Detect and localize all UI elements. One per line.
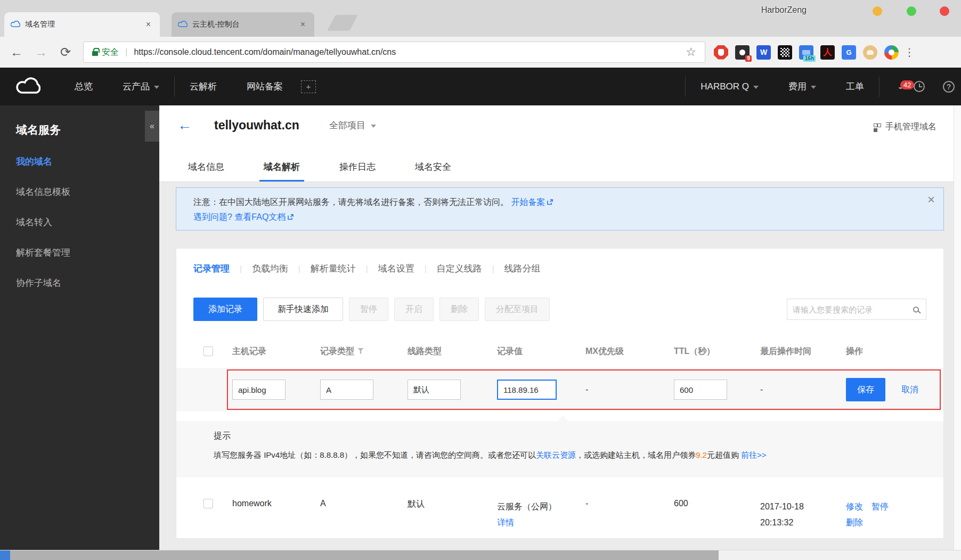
tab-domain-settings[interactable]: 域名设置 (378, 262, 414, 275)
chevron-down-icon (371, 125, 376, 128)
window-minimize-button[interactable] (873, 6, 882, 16)
tab-resolve-stats[interactable]: 解析量统计 (311, 262, 356, 275)
faq-doc-link[interactable]: 查看FAQ文档 (234, 212, 286, 221)
nav-dns[interactable]: 云解析 (175, 80, 232, 93)
project-dropdown[interactable]: 全部项目 (329, 119, 376, 131)
record-edit-row: - - 保存 取消 (176, 368, 943, 411)
new-tab-button[interactable] (327, 15, 358, 31)
link-cloud-resource[interactable]: 关联云资源 (536, 450, 576, 459)
value-input[interactable] (497, 380, 557, 400)
link-go[interactable]: 前往>> (741, 450, 767, 459)
row-checkbox[interactable] (203, 499, 213, 508)
sidebar-collapse-icon[interactable]: « (145, 111, 159, 142)
enable-button[interactable]: 开启 (394, 298, 434, 321)
back-arrow-icon[interactable]: ← (177, 117, 192, 134)
tab-record-manage[interactable]: 记录管理 (193, 262, 230, 275)
extension-icons: 9 W 16h 人 G (714, 45, 899, 60)
address-bar[interactable]: 安全 | https://console.cloud.tencent.com/d… (83, 42, 705, 63)
tab-domain-info[interactable]: 域名信息 (184, 161, 229, 182)
type-input[interactable] (320, 380, 373, 400)
sidebar-item-domain-transfer-in[interactable]: 域名转入 (16, 216, 159, 228)
select-all-checkbox[interactable] (203, 347, 213, 356)
window-close-button[interactable] (940, 6, 949, 16)
reload-icon[interactable]: ⟳ (58, 45, 74, 60)
help-icon[interactable]: ? (943, 81, 955, 93)
vertical-scrollbar[interactable] (954, 105, 961, 550)
hint-arrow (558, 415, 568, 421)
assign-project-button[interactable]: 分配至项目 (485, 298, 550, 321)
separator: | (240, 264, 242, 273)
nav-overview[interactable]: 总览 (60, 80, 108, 93)
translate-extension-icon[interactable]: G (842, 45, 856, 60)
records-card: 记录管理 | 负载均衡 | 解析量统计 | 域名设置 | 自定义线路 | 线路分… (176, 248, 944, 539)
bookmark-star-icon[interactable]: ☆ (686, 45, 696, 59)
adblock-extension-icon[interactable] (714, 45, 728, 60)
search-icon[interactable] (913, 307, 919, 312)
acrobat-extension-icon[interactable]: 人 (820, 45, 835, 60)
pause-button[interactable]: 暂停 (349, 298, 388, 321)
pause-link[interactable]: 暂停 (872, 499, 889, 515)
scrollbar-thumb[interactable] (10, 550, 719, 560)
horizontal-scrollbar[interactable] (0, 550, 961, 560)
mobile-manage-link[interactable]: 手机管理域名 (874, 121, 936, 133)
cell-mx: - (585, 499, 674, 508)
detail-link[interactable]: 详情 (497, 518, 514, 527)
add-record-button[interactable]: 添加记录 (193, 298, 257, 321)
browser-menu-icon[interactable]: ⋮ (904, 46, 915, 59)
tab-close-icon[interactable]: × (143, 19, 153, 30)
external-link-icon (547, 198, 553, 207)
nav-billing[interactable]: 费用 (773, 80, 831, 93)
window-maximize-button[interactable] (907, 6, 916, 16)
browser-tab-cvm-console[interactable]: 云主机-控制台 × (172, 12, 314, 37)
delete-link[interactable]: 删除 (846, 515, 863, 531)
chevron-down-icon (154, 86, 159, 89)
add-shortcut-icon[interactable]: + (301, 80, 316, 93)
close-icon[interactable]: × (927, 192, 935, 207)
sidebar-item-my-domains[interactable]: 我的域名 (16, 155, 159, 168)
history-clock-icon[interactable] (914, 81, 925, 92)
tencent-cloud-logo[interactable] (16, 76, 40, 97)
save-button[interactable]: 保存 (846, 378, 885, 401)
scrollbar-left-button[interactable] (0, 550, 10, 560)
url-text[interactable]: https://console.cloud.tencent.com/domain… (134, 47, 683, 57)
nav-products[interactable]: 云产品 (108, 80, 174, 93)
timer-extension-icon[interactable]: 16h (799, 45, 813, 60)
tab-custom-line[interactable]: 自定义线路 (437, 262, 482, 275)
faq-question-link[interactable]: 遇到问题? (193, 212, 232, 221)
tab-dns-records[interactable]: 域名解析 (259, 161, 304, 182)
nav-icp[interactable]: 网站备案 (232, 80, 298, 93)
tab-domain-security[interactable]: 域名安全 (411, 161, 455, 182)
sidebar-item-collab-subdomain[interactable]: 协作子域名 (16, 277, 159, 289)
back-icon[interactable]: ← (9, 45, 25, 60)
filter-icon[interactable] (357, 348, 364, 354)
edit-link[interactable]: 修改 (846, 499, 863, 515)
word-extension-icon[interactable]: W (756, 45, 771, 60)
tab-line-group[interactable]: 线路分组 (504, 262, 541, 275)
line-input[interactable] (408, 380, 461, 400)
sidebar-item-dns-plan[interactable]: 解析套餐管理 (16, 246, 159, 259)
host-input[interactable] (232, 380, 286, 400)
screenshot-extension-icon[interactable]: 9 (735, 45, 750, 60)
delete-button[interactable]: 删除 (439, 298, 479, 321)
tab-operation-log[interactable]: 操作日志 (335, 161, 380, 182)
forward-icon[interactable]: → (33, 45, 49, 60)
nav-account[interactable]: HARBOR Q (686, 81, 773, 92)
qr-code-extension-icon[interactable] (778, 45, 792, 60)
browser-tab-domain-manage[interactable]: 域名管理 × (4, 12, 160, 37)
ttl-input[interactable] (674, 380, 727, 400)
browser-profile-name: HarborZeng (761, 5, 807, 15)
tab-load-balance[interactable]: 负载均衡 (252, 262, 288, 275)
start-icp-link[interactable]: 开始备案 (511, 197, 545, 207)
sidebar-item-domain-info-template[interactable]: 域名信息模板 (16, 186, 159, 198)
cancel-link[interactable]: 取消 (901, 384, 918, 396)
quick-add-button[interactable]: 新手快速添加 (263, 298, 343, 321)
table-row: homework A 默认 云服务（公网） 详情 - 600 2017-10-1… (176, 487, 943, 540)
nav-ticket[interactable]: 工单 (831, 80, 879, 93)
avatar-extension-icon[interactable] (863, 45, 877, 60)
tab-close-icon[interactable]: × (298, 19, 308, 30)
coupon-amount: 9.2 (696, 450, 707, 459)
search-input[interactable] (793, 305, 913, 314)
nav-right-group: HARBOR Q 费用 工单 42 ? (685, 77, 961, 97)
pen-extension-icon[interactable] (884, 45, 899, 60)
separator: | (125, 47, 127, 57)
